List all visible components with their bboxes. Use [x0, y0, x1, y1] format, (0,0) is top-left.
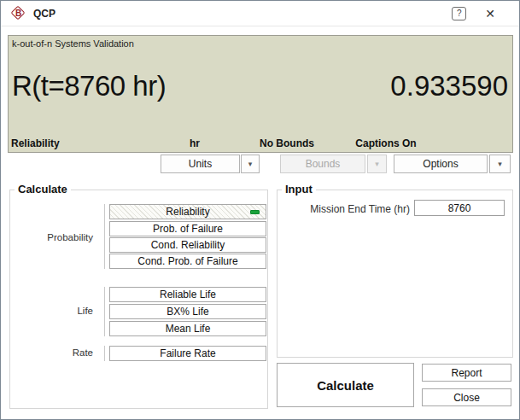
life-divider: [104, 287, 105, 336]
rate-row-label: Rate: [25, 347, 93, 358]
life-row-label: Life: [25, 306, 93, 316]
cond-reliability-button[interactable]: Cond. Reliability: [109, 237, 266, 253]
mean-life-button[interactable]: Mean Life: [109, 321, 266, 336]
mission-end-time-input[interactable]: [414, 200, 505, 216]
calculate-group-title: Calculate: [15, 183, 71, 195]
units-dropdown-arrow[interactable]: ▾: [241, 155, 260, 173]
rate-divider: [104, 346, 105, 361]
bx-life-button[interactable]: BX% Life: [109, 304, 266, 319]
caption-metric: Reliability: [11, 137, 60, 149]
bounds-button: Bounds: [280, 155, 365, 173]
result-panel: k-out-of-n Systems Validation R(t=8760 h…: [8, 35, 513, 153]
calculate-button[interactable]: Calculate: [277, 363, 414, 407]
close-icon[interactable]: ✕: [485, 8, 495, 20]
result-expression: R(t=8760 hr): [12, 70, 166, 102]
reliability-button[interactable]: Reliability: [109, 204, 266, 219]
chevron-down-icon: ▾: [498, 160, 502, 168]
probability-row-label: Probability: [25, 232, 93, 242]
close-button[interactable]: Close: [422, 388, 511, 406]
options-button[interactable]: Options: [394, 155, 488, 173]
cond-prob-of-failure-button[interactable]: Cond. Prob. of Failure: [109, 254, 266, 269]
window-title: QCP: [33, 8, 56, 20]
titlebar: B QCP ? ✕: [1, 1, 519, 26]
options-dropdown-arrow[interactable]: ▾: [489, 155, 511, 173]
report-button[interactable]: Report: [422, 364, 511, 382]
titlebar-buttons: ? ✕: [452, 7, 519, 20]
reliable-life-button[interactable]: Reliable Life: [109, 287, 266, 302]
failure-rate-button[interactable]: Failure Rate: [109, 346, 266, 361]
bounds-dropdown-arrow: ▾: [367, 155, 387, 173]
caption-options: Captions On: [355, 137, 416, 149]
help-icon[interactable]: ?: [452, 7, 466, 20]
brand-letter: B: [10, 5, 26, 21]
reliability-button-label: Reliability: [166, 206, 209, 218]
selected-indicator-icon: [250, 210, 260, 214]
input-group-title: Input: [282, 183, 316, 195]
app-brand-icon: B: [10, 5, 26, 21]
result-value: 0.933590: [390, 70, 508, 102]
chevron-down-icon: ▾: [375, 160, 379, 168]
units-button[interactable]: Units: [161, 155, 240, 173]
caption-units: hr: [190, 137, 200, 149]
mission-end-time-label: Mission End Time (hr): [290, 203, 410, 215]
chevron-down-icon: ▾: [248, 160, 253, 168]
prob-of-failure-button[interactable]: Prob. of Failure: [109, 221, 266, 236]
qcp-window: B QCP ? ✕ k-out-of-n Systems Validation …: [0, 0, 520, 420]
caption-bounds: No Bounds: [260, 137, 314, 149]
analysis-context-label: k-out-of-n Systems Validation: [12, 38, 134, 49]
probability-divider: [104, 204, 105, 269]
